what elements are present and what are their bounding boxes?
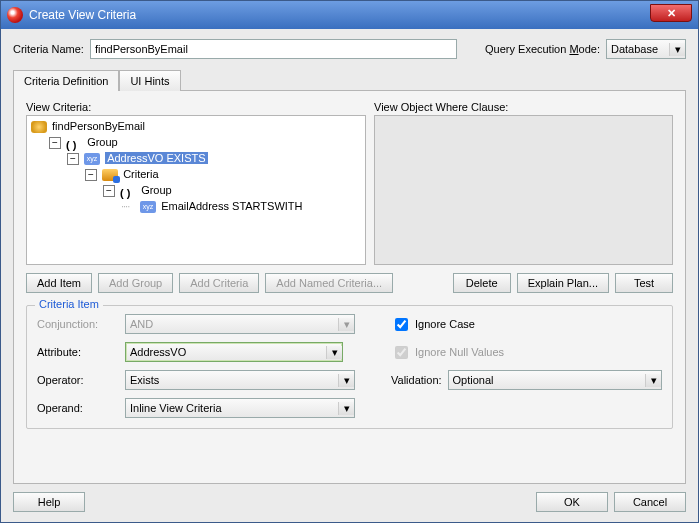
dialog-button-bar: Help OK Cancel <box>1 492 698 522</box>
app-icon <box>7 7 23 23</box>
ok-button[interactable]: OK <box>536 492 608 512</box>
tree-node-criteria[interactable]: − Criteria − <box>85 166 363 214</box>
test-button[interactable]: Test <box>615 273 673 293</box>
ignore-null-input <box>395 346 408 359</box>
add-item-button[interactable]: Add Item <box>26 273 92 293</box>
dialog-window: Create View Criteria ✕ Criteria Name: Qu… <box>0 0 699 523</box>
criteria-item-legend: Criteria Item <box>35 298 103 310</box>
view-criteria-heading: View Criteria: <box>26 101 366 113</box>
operand-select[interactable]: Inline View Criteria ▾ <box>125 398 355 418</box>
where-clause-column: View Object Where Clause: <box>374 101 673 265</box>
attribute-label: Attribute: <box>37 346 117 358</box>
criteria-item-fieldset: Criteria Item Conjunction: AND ▾ Ignore … <box>26 305 673 429</box>
criteria-button-bar: Add Item Add Group Add Criteria Add Name… <box>26 273 673 293</box>
where-clause-area <box>374 115 673 265</box>
tree-leaf-email[interactable]: EmailAddress STARTSWITH <box>121 198 363 214</box>
field-icon <box>140 201 156 213</box>
close-icon: ✕ <box>667 7 676 20</box>
tab-ui-hints[interactable]: UI Hints <box>119 70 180 91</box>
ignore-case-input[interactable] <box>395 318 408 331</box>
validation-select[interactable]: Optional ▾ <box>448 370 662 390</box>
window-title: Create View Criteria <box>29 8 136 22</box>
criteria-root-icon <box>31 121 47 133</box>
operator-label: Operator: <box>37 374 117 386</box>
criteria-split: View Criteria: findPersonByEmail − <box>26 101 673 265</box>
tab-criteria-definition[interactable]: Criteria Definition <box>13 70 119 91</box>
close-button[interactable]: ✕ <box>650 4 692 22</box>
tab-panel: View Criteria: findPersonByEmail − <box>13 90 686 484</box>
add-named-criteria-button: Add Named Criteria... <box>265 273 393 293</box>
validation-label: Validation: <box>391 374 442 386</box>
group-icon <box>66 137 82 149</box>
add-criteria-button: Add Criteria <box>179 273 259 293</box>
tree-root[interactable]: findPersonByEmail − Group <box>31 118 363 214</box>
operand-label: Operand: <box>37 402 117 414</box>
explain-plan-button[interactable]: Explain Plan... <box>517 273 609 293</box>
where-clause-heading: View Object Where Clause: <box>374 101 673 113</box>
tree-collapse-icon[interactable]: − <box>67 153 79 165</box>
tree-collapse-icon[interactable]: − <box>103 185 115 197</box>
delete-button[interactable]: Delete <box>453 273 511 293</box>
exec-mode-select[interactable]: Database ▾ <box>606 39 686 59</box>
group-icon <box>120 185 136 197</box>
content-area: Criteria Name: Query Execution Mode: Dat… <box>1 29 698 492</box>
chevron-down-icon: ▾ <box>669 43 685 56</box>
conjunction-select: AND ▾ <box>125 314 355 334</box>
criteria-name-row: Criteria Name: Query Execution Mode: Dat… <box>13 39 686 59</box>
exec-mode-label: Query Execution Mode: <box>485 43 600 55</box>
operator-select[interactable]: Exists ▾ <box>125 370 355 390</box>
chevron-down-icon: ▾ <box>326 346 342 359</box>
tree-group-inner[interactable]: − Group <box>103 182 363 214</box>
criteria-name-input[interactable] <box>90 39 457 59</box>
tree-group[interactable]: − Group − AddressVO EXISTS <box>49 134 363 214</box>
chevron-down-icon: ▾ <box>338 318 354 331</box>
cancel-button[interactable]: Cancel <box>614 492 686 512</box>
validation-row: Validation: Optional ▾ <box>391 370 662 390</box>
titlebar: Create View Criteria ✕ <box>1 1 698 29</box>
chevron-down-icon: ▾ <box>338 402 354 415</box>
help-button[interactable]: Help <box>13 492 85 512</box>
attribute-select[interactable]: AddressVO ▾ <box>125 342 343 362</box>
view-criteria-column: View Criteria: findPersonByEmail − <box>26 101 366 265</box>
ignore-case-checkbox[interactable]: Ignore Case <box>391 315 662 334</box>
tree-node-addressvo[interactable]: − AddressVO EXISTS − <box>67 150 363 214</box>
tree-collapse-icon[interactable]: − <box>85 169 97 181</box>
criteria-icon <box>102 169 118 181</box>
ignore-null-checkbox: Ignore Null Values <box>391 343 662 362</box>
tree-leaf-dots-icon <box>121 198 137 214</box>
conjunction-label: Conjunction: <box>37 318 117 330</box>
field-icon <box>84 153 100 165</box>
criteria-name-label: Criteria Name: <box>13 43 84 55</box>
tab-strip: Criteria Definition UI Hints <box>13 69 686 90</box>
criteria-tree[interactable]: findPersonByEmail − Group <box>26 115 366 265</box>
tree-collapse-icon[interactable]: − <box>49 137 61 149</box>
add-group-button: Add Group <box>98 273 173 293</box>
chevron-down-icon: ▾ <box>338 374 354 387</box>
chevron-down-icon: ▾ <box>645 374 661 387</box>
